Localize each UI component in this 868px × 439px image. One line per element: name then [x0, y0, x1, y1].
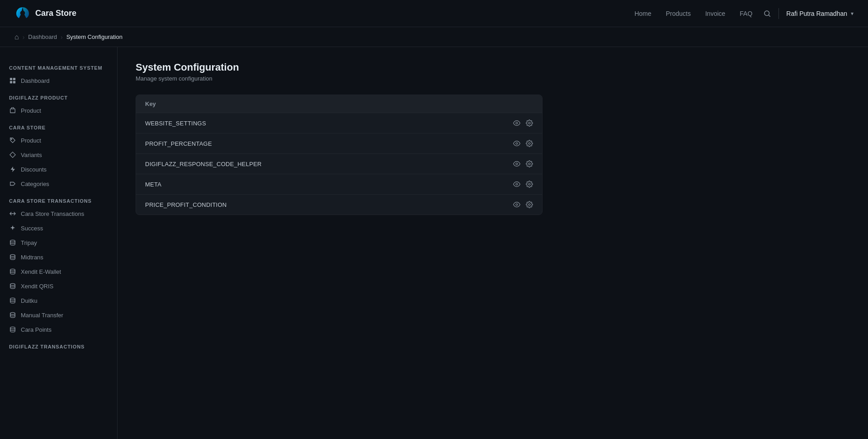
config-key-digiflazz-response: DIGIFLAZZ_RESPONSE_CODE_HELPER	[145, 161, 262, 167]
database-cara-points-icon	[9, 326, 16, 333]
nav-invoice[interactable]: Invoice	[705, 10, 725, 17]
nav-home[interactable]: Home	[634, 10, 651, 17]
user-menu[interactable]: Rafi Putra Ramadhan ▾	[786, 10, 854, 17]
sidebar-item-categories-label: Categories	[21, 181, 49, 187]
bolt-icon	[9, 166, 16, 173]
sidebar-item-success[interactable]: Success	[0, 221, 117, 235]
sidebar-item-success-label: Success	[21, 225, 43, 232]
view-icon-website-settings[interactable]	[513, 119, 520, 127]
view-icon-price-profit[interactable]	[513, 201, 520, 208]
sidebar-item-dashboard[interactable]: Dashboard	[0, 73, 117, 88]
config-actions-website-settings	[513, 119, 533, 127]
config-table-header: Key	[136, 95, 542, 113]
sidebar-item-discounts-label: Discounts	[21, 166, 47, 173]
settings-icon-website-settings[interactable]	[526, 119, 533, 127]
sidebar-item-cara-points[interactable]: Cara Points	[0, 322, 117, 337]
svg-point-18	[528, 143, 530, 144]
sidebar-section-cara-store: Cara Store	[0, 121, 117, 133]
settings-icon-meta[interactable]	[526, 181, 533, 188]
main-content: System Configuration Manage system confi…	[118, 47, 868, 439]
config-row-price-profit: PRICE_PROFIT_CONDITION	[136, 195, 542, 215]
header: Cara Store Home Products Invoice FAQ Raf…	[0, 0, 868, 27]
svg-point-10	[10, 269, 15, 271]
breadcrumb-sep-1: ›	[23, 33, 25, 41]
svg-line-1	[769, 15, 770, 16]
sidebar-item-cara-store-transactions-label: Cara Store Transactions	[21, 210, 84, 217]
header-divider	[778, 8, 779, 19]
sidebar-item-xendit-qris[interactable]: Xendit QRIS	[0, 279, 117, 293]
grid-icon	[9, 77, 16, 84]
svg-point-16	[528, 122, 530, 124]
sidebar-section-cms: Content Management System	[0, 62, 117, 73]
sidebar-item-xendit-ewallet-label: Xendit E-Wallet	[21, 268, 61, 275]
sidebar-item-duitku[interactable]: Duitku	[0, 293, 117, 308]
sidebar-item-midtrans[interactable]: Midtrans	[0, 250, 117, 264]
view-icon-meta[interactable]	[513, 181, 520, 188]
nav-faq[interactable]: FAQ	[740, 10, 752, 17]
sidebar-item-tripay-label: Tripay	[21, 239, 37, 246]
user-chevron-icon: ▾	[851, 10, 854, 17]
main-layout: Content Management System Dashboard Digi…	[0, 47, 868, 439]
sidebar-item-variants[interactable]: Variants	[0, 148, 117, 162]
breadcrumb-sep-2: ›	[61, 33, 63, 41]
arrows-icon	[9, 210, 16, 217]
breadcrumb-home-icon[interactable]: ⌂	[14, 33, 19, 41]
nav-links: Home Products Invoice FAQ	[634, 10, 752, 17]
search-button[interactable]	[763, 10, 771, 18]
config-table: Key WEBSITE_SETTINGS	[136, 95, 542, 215]
breadcrumb-current: System Configuration	[66, 33, 123, 40]
user-name: Rafi Putra Ramadhan	[786, 10, 847, 17]
svg-point-21	[516, 183, 518, 185]
sidebar-item-xendit-ewallet[interactable]: Xendit E-Wallet	[0, 264, 117, 279]
svg-rect-5	[13, 81, 15, 83]
breadcrumb: ⌂ › Dashboard › System Configuration	[0, 27, 868, 47]
svg-point-20	[528, 163, 530, 165]
sidebar-item-cara-store-transactions[interactable]: Cara Store Transactions	[0, 206, 117, 221]
config-key-price-profit: PRICE_PROFIT_CONDITION	[145, 201, 227, 208]
sidebar-item-discounts[interactable]: Discounts	[0, 162, 117, 177]
tag-icon	[9, 137, 16, 144]
database-duitku-icon	[9, 297, 16, 304]
sidebar: Content Management System Dashboard Digi…	[0, 47, 118, 439]
settings-icon-profit-percentage[interactable]	[526, 140, 533, 147]
sidebar-item-tripay[interactable]: Tripay	[0, 235, 117, 250]
sidebar-item-dashboard-label: Dashboard	[21, 77, 50, 84]
svg-point-22	[528, 183, 530, 185]
sidebar-item-manual-transfer[interactable]: Manual Transfer	[0, 308, 117, 322]
config-row-profit-percentage: PROFIT_PERCENTAGE	[136, 134, 542, 154]
settings-icon-digiflazz-response[interactable]	[526, 160, 533, 167]
svg-point-8	[10, 240, 15, 242]
view-icon-profit-percentage[interactable]	[513, 140, 520, 147]
database-xendit-ewallet-icon	[9, 268, 16, 275]
view-icon-digiflazz-response[interactable]	[513, 160, 520, 167]
config-key-website-settings: WEBSITE_SETTINGS	[145, 120, 206, 127]
sidebar-item-cara-points-label: Cara Points	[21, 326, 52, 333]
config-row-meta: META	[136, 174, 542, 195]
config-actions-profit-percentage	[513, 140, 533, 147]
nav-products[interactable]: Products	[666, 10, 691, 17]
header-right: Rafi Putra Ramadhan ▾	[763, 8, 854, 19]
page-title: System Configuration	[136, 62, 850, 73]
sidebar-item-cara-store-product[interactable]: Product	[0, 133, 117, 148]
sidebar-section-cara-store-transactions: Cara Store Transactions	[0, 195, 117, 206]
sidebar-item-cara-store-product-label: Product	[21, 137, 41, 144]
settings-icon-price-profit[interactable]	[526, 201, 533, 208]
svg-point-9	[10, 254, 15, 256]
sidebar-item-categories[interactable]: Categories	[0, 177, 117, 191]
svg-point-19	[516, 163, 518, 165]
config-row-website-settings: WEBSITE_SETTINGS	[136, 113, 542, 134]
config-key-meta: META	[145, 181, 161, 188]
breadcrumb-dashboard[interactable]: Dashboard	[28, 33, 57, 40]
svg-point-23	[516, 204, 518, 205]
svg-rect-6	[10, 109, 15, 113]
box-icon	[9, 107, 16, 114]
page-subtitle: Manage system configuration	[136, 75, 850, 82]
sidebar-item-duitku-label: Duitku	[21, 297, 38, 304]
sidebar-item-variants-label: Variants	[21, 152, 42, 158]
svg-rect-3	[13, 78, 15, 80]
svg-point-11	[10, 283, 15, 285]
sidebar-item-digiflazz-product[interactable]: Product	[0, 103, 117, 118]
database-manual-transfer-icon	[9, 311, 16, 319]
label-icon	[9, 180, 16, 187]
database-xendit-qris-icon	[9, 282, 16, 290]
